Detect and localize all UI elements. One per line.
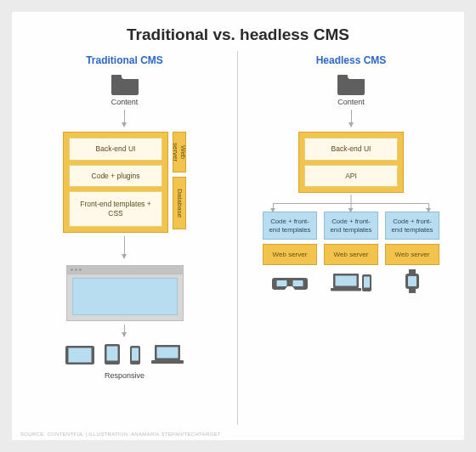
svg-rect-10 bbox=[337, 75, 348, 79]
svg-rect-19 bbox=[409, 289, 416, 293]
backend-ui-box: Back-end UI bbox=[69, 138, 162, 161]
tablet-portrait-icon bbox=[104, 343, 121, 369]
traditional-sidebars: Web server Database bbox=[173, 132, 186, 229]
consumer-2: Code + front-end templates Web server bbox=[324, 212, 378, 293]
headless-consumers: Code + front-end templates Web server Co… bbox=[263, 212, 439, 293]
responsive-label: Responsive bbox=[105, 371, 144, 380]
svg-rect-14 bbox=[335, 275, 357, 286]
laptop-phone-icon bbox=[330, 269, 372, 293]
svg-rect-0 bbox=[111, 75, 122, 79]
consumer-1: Code + front-end templates Web server bbox=[263, 212, 317, 293]
svg-rect-18 bbox=[409, 269, 416, 274]
tablet-landscape-icon bbox=[65, 345, 95, 369]
laptop-icon bbox=[150, 343, 185, 369]
branching-connector bbox=[258, 195, 445, 212]
columns: Traditional CMS Content Back-end UI Code… bbox=[12, 51, 464, 425]
vr-headset-icon bbox=[271, 269, 309, 293]
arrow-icon bbox=[124, 110, 125, 127]
credit-line: SOURCE: CONTENTFUL | ILLUSTRATION: ANAMA… bbox=[20, 432, 221, 437]
database-box: Database bbox=[173, 177, 186, 229]
traditional-stack-group: Back-end UI Code + plugins Front-end tem… bbox=[63, 132, 186, 233]
code-plugins-box: Code + plugins bbox=[69, 165, 162, 188]
svg-rect-15 bbox=[331, 288, 361, 291]
web-server-box: Web server bbox=[263, 244, 317, 265]
diagram-canvas: Traditional vs. headless CMS Traditional… bbox=[12, 12, 464, 440]
browser-window-icon bbox=[66, 265, 184, 321]
arrow-icon bbox=[351, 110, 352, 127]
web-server-box: Web server bbox=[173, 132, 186, 172]
content-label: Content bbox=[111, 98, 139, 106]
backend-ui-box: Back-end UI bbox=[304, 138, 398, 161]
svg-rect-6 bbox=[131, 347, 139, 361]
svg-rect-17 bbox=[364, 276, 371, 288]
web-server-box: Web server bbox=[385, 244, 439, 265]
phone-icon bbox=[129, 345, 141, 369]
smartwatch-icon bbox=[403, 269, 422, 293]
folder-icon bbox=[336, 73, 366, 95]
responsive-devices bbox=[65, 343, 185, 369]
svg-rect-9 bbox=[151, 360, 184, 364]
svg-rect-21 bbox=[408, 275, 417, 286]
svg-rect-12 bbox=[292, 280, 303, 286]
code-frontend-box: Code + front-end templates bbox=[385, 212, 439, 240]
content-label: Content bbox=[337, 98, 365, 106]
headless-column: Headless CMS Content Back-end UI API bbox=[238, 51, 464, 425]
folder-icon bbox=[110, 73, 140, 95]
svg-rect-2 bbox=[68, 347, 92, 363]
code-frontend-box: Code + front-end templates bbox=[263, 212, 317, 240]
code-frontend-box: Code + front-end templates bbox=[324, 212, 378, 240]
svg-rect-8 bbox=[156, 347, 178, 359]
arrow-icon bbox=[124, 236, 125, 258]
consumer-3: Code + front-end templates Web server bbox=[385, 212, 439, 293]
arrow-icon bbox=[124, 325, 125, 336]
traditional-column: Traditional CMS Content Back-end UI Code… bbox=[12, 51, 238, 425]
diagram-title: Traditional vs. headless CMS bbox=[12, 12, 464, 44]
headless-heading: Headless CMS bbox=[316, 54, 387, 66]
api-box: API bbox=[304, 165, 398, 188]
svg-rect-4 bbox=[106, 346, 118, 361]
headless-stack: Back-end UI API bbox=[298, 132, 404, 193]
traditional-stack: Back-end UI Code + plugins Front-end tem… bbox=[63, 132, 168, 233]
web-server-box: Web server bbox=[324, 244, 378, 265]
svg-rect-11 bbox=[276, 280, 287, 286]
frontend-templates-box: Front-end templates + CSS bbox=[69, 191, 162, 226]
traditional-heading: Traditional CMS bbox=[86, 54, 163, 66]
